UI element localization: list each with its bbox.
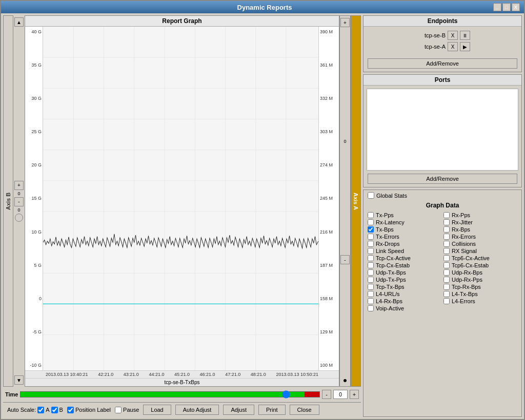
check-udp-rx-bps[interactable] — [443, 269, 450, 276]
ports-title: Ports — [364, 75, 521, 86]
check-rx-jitter[interactable] — [443, 219, 450, 225]
pause-check: Pause — [115, 407, 139, 413]
graph-svg — [43, 27, 318, 370]
graph-data-tcp-cx-estab: Tcp-Cx-Estab — [368, 262, 441, 268]
check-rx-latency[interactable] — [368, 219, 374, 225]
axis-a-label: Axis A — [351, 15, 361, 387]
graph-data-rx-pps: Rx-Pps — [443, 212, 517, 218]
time-plus-button[interactable]: + — [350, 390, 359, 399]
print-button[interactable]: Print — [258, 405, 286, 415]
graph-data-rx-latency: Rx-Latency — [368, 219, 441, 225]
graph-data-l4-tx-bps: L4-Tx-Bps — [443, 291, 517, 297]
check-collisions[interactable] — [443, 241, 450, 247]
check-voip-active[interactable] — [368, 305, 374, 311]
endpoints-body: tcp-se-B X ⏸ tcp-se-A X ▶ — [364, 27, 521, 55]
close-button[interactable]: X — [512, 3, 520, 11]
check-a[interactable] — [37, 407, 44, 413]
check-rx-drops[interactable] — [368, 241, 374, 247]
endpoints-title: Endpoints — [364, 16, 521, 27]
position-label-checkbox[interactable] — [67, 407, 74, 413]
endpoints-add-remove-button[interactable]: Add/Remove — [368, 58, 517, 69]
graph-data-l4-errors: L4-Errors — [443, 298, 517, 304]
maximize-button[interactable]: □ — [502, 3, 511, 11]
check-tx-pps[interactable] — [368, 212, 374, 218]
check-tx-bps[interactable] — [368, 226, 374, 233]
endpoint-a-x-button[interactable]: X — [448, 42, 458, 51]
scroll-minus-button[interactable]: - — [14, 197, 24, 206]
check-rx-pps[interactable] — [443, 212, 450, 218]
close-button-footer[interactable]: Close — [290, 405, 319, 415]
graph-data-l4-rx-bps: L4-Rx-Bps — [368, 298, 441, 304]
bottom-controls: Time - + — [3, 388, 361, 401]
endpoint-a-label: tcp-se-A — [415, 44, 446, 50]
graph-data-voip-active: Voip-Active — [368, 305, 441, 311]
check-l4-rx-bps[interactable] — [368, 298, 374, 304]
rscroll-minus-button[interactable]: - — [340, 255, 350, 264]
rscroll-dot-button[interactable]: ● — [343, 376, 347, 384]
check-b[interactable] — [51, 407, 58, 413]
graph-data-tcp6-cx-active: Tcp6-Cx-Active — [443, 255, 517, 261]
graph-data-tx-pps: Tx-Pps — [368, 212, 441, 218]
position-label-check: Position Label — [67, 407, 111, 413]
endpoint-b-x-button[interactable]: X — [448, 31, 458, 40]
scroll-down-button[interactable]: ▼ — [14, 375, 24, 385]
check-tx-errors[interactable] — [368, 234, 374, 240]
time-minus-button[interactable]: - — [322, 390, 331, 399]
endpoint-a-play-button[interactable]: ▶ — [460, 42, 470, 51]
pause-checkbox[interactable] — [115, 407, 122, 413]
time-label: Time — [5, 391, 18, 397]
right-panel: Endpoints tcp-se-B X ⏸ tcp-se-A X ▶ Add/… — [363, 15, 522, 417]
graph-data-rx-drops: Rx-Drops — [368, 241, 441, 247]
graph-data-tx-bps: Tx-Bps — [368, 226, 441, 233]
check-a-label: A — [37, 407, 49, 413]
check-tcp-tx-bps[interactable] — [368, 284, 374, 290]
graph-area — [43, 27, 318, 370]
graph-data-grid: Tx-Pps Rx-Pps Rx-Latency Rx-Jitter — [364, 210, 521, 313]
title-bar: Dynamic Reports _ □ X — [1, 1, 524, 13]
check-tcp-rx-bps[interactable] — [443, 284, 450, 290]
check-l4-url[interactable] — [368, 291, 374, 297]
check-rx-bps[interactable] — [443, 226, 450, 233]
ports-body — [367, 89, 518, 171]
scroll-value2: 0 — [17, 207, 20, 213]
endpoint-b-pause-button[interactable]: ⏸ — [460, 31, 470, 40]
check-udp-tx-pps[interactable] — [368, 277, 374, 283]
time-value-input[interactable] — [333, 390, 348, 399]
check-l4-errors[interactable] — [443, 298, 450, 304]
graph-data-rx-errors: Rx-Errors — [443, 234, 517, 240]
ports-section: Ports Add/Remove — [363, 74, 522, 187]
scroll-up-button[interactable]: ▲ — [14, 17, 24, 27]
global-stats-checkbox[interactable] — [368, 192, 374, 199]
check-rx-signal[interactable] — [443, 248, 450, 254]
graph-panel: Report Graph 40 G 35 G 30 G 25 G 20 G 15… — [25, 15, 339, 387]
graph-data-udp-rx-bps: Udp-Rx-Bps — [443, 269, 517, 276]
scroll-plus-button[interactable]: + — [14, 181, 24, 190]
graph-data-l4-url: L4-URL/s — [368, 291, 441, 297]
ports-add-remove-button[interactable]: Add/Remove — [368, 174, 517, 184]
graph-data-title: Graph Data — [364, 201, 521, 210]
check-tcp-cx-active[interactable] — [368, 255, 374, 261]
check-udp-tx-bps[interactable] — [368, 269, 374, 276]
check-tcp-cx-estab[interactable] — [368, 262, 374, 268]
graph-data-collisions: Collisions — [443, 241, 517, 247]
adjust-button[interactable]: Adjust — [223, 405, 254, 415]
x-label: tcp-se-B-TxBps — [25, 378, 339, 386]
check-link-speed[interactable] — [368, 248, 374, 254]
rscroll-plus-button[interactable]: + — [340, 18, 350, 27]
load-button[interactable]: Load — [143, 405, 171, 415]
minimize-button[interactable]: _ — [493, 3, 501, 11]
check-l4-tx-bps[interactable] — [443, 291, 450, 297]
endpoint-b-label: tcp-se-B — [415, 32, 446, 38]
graph-data-udp-tx-pps: Udp-Tx-Pps — [368, 277, 441, 283]
check-tcp6-cx-active[interactable] — [443, 255, 450, 261]
graph-title: Report Graph — [25, 16, 339, 27]
check-tcp6-cx-estab[interactable] — [443, 262, 450, 268]
auto-adjust-button[interactable]: Auto Adjust — [175, 405, 219, 415]
autoscale-label: Auto Scale: — [7, 407, 36, 413]
time-slider[interactable] — [20, 391, 320, 397]
window-title: Dynamic Reports — [36, 4, 493, 11]
check-udp-rx-pps[interactable] — [443, 277, 450, 283]
check-rx-errors[interactable] — [443, 234, 450, 240]
scroll-circle-button[interactable] — [15, 214, 23, 222]
main-window: Dynamic Reports _ □ X Axis B ▲ + — [0, 0, 525, 420]
